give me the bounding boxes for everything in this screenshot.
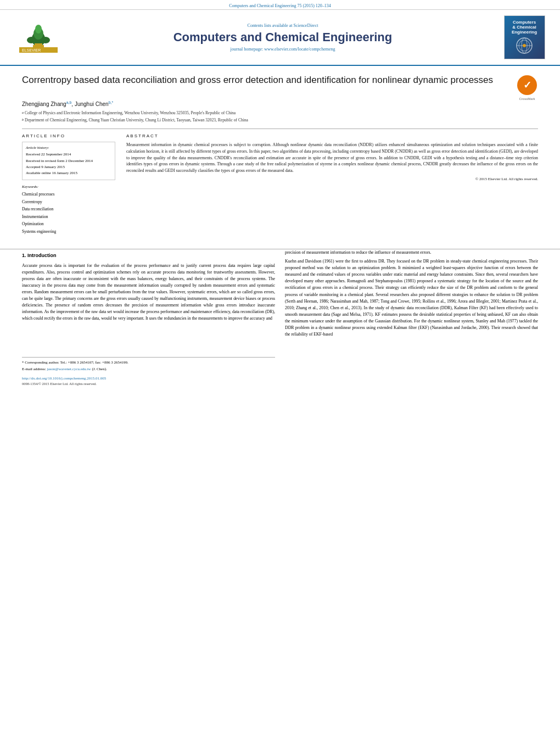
cover-title: Computers& ChemicalEngineering [512,20,537,35]
doi-link[interactable]: http://dx.doi.org/10.1016/j.compchemeng.… [22,376,106,381]
article-info-col: ARTICLE INFO Article history: Received 2… [22,133,115,235]
keywords-section: Keywords: Chemical processes Correntropy… [22,185,115,235]
svg-point-14 [523,44,526,47]
svg-point-3 [35,25,42,34]
copyright-line: 0098-1354/© 2015 Elsevier Ltd. All right… [22,381,275,387]
journal-center: Contents lists available at ScienceDirec… [66,23,500,52]
svg-text:ELSEVIER: ELSEVIER [22,48,41,52]
svg-point-4 [27,37,36,43]
keywords-title: Keywords: [22,185,115,189]
article-title-section: Correntropy based data reconciliation an… [22,74,538,96]
svg-point-5 [41,37,50,43]
affiliations: a College of Physics and Electronic Info… [22,110,538,123]
author-sup-a: a,b [66,101,72,104]
abstract-heading: ABSTRACT [126,133,538,138]
svg-rect-6 [35,43,42,45]
journal-header: ELSEVIER Contents lists available at Sci… [0,10,560,66]
footnote-section: * Corresponding author. Tel.: +886 3 265… [22,357,275,372]
contents-text: Contents lists available at [248,23,294,28]
page: Computers and Chemical Engineering 75 (2… [0,0,560,742]
journal-title: Computers and Chemical Engineering [66,30,500,44]
body-col-right: precision of measurement information to … [285,249,538,387]
info-abstract-section: ARTICLE INFO Article history: Received 2… [22,129,538,235]
copyright-notice: © 2015 Elsevier Ltd. All rights reserved… [126,176,538,182]
footnote-corresponding: * Corresponding author. Tel.: +886 3 265… [22,360,275,366]
elsevier-tree-icon: ELSEVIER [19,23,58,53]
homepage-label: journal homepage: [231,47,264,52]
svg-rect-7 [33,45,44,47]
intro-para-right-2: Kuehn and Davidson (1961) were the first… [285,258,538,338]
journal-cover-image: Computers& ChemicalEngineering [504,15,545,59]
journal-reference: Computers and Chemical Engineering 75 (2… [229,3,331,8]
section-1-heading: 1. Introduction [22,252,275,260]
homepage-url[interactable]: www.elsevier.com/locate/compchemeng [264,47,335,52]
journal-homepage: journal homepage: www.elsevier.com/locat… [66,47,500,52]
article-title: Correntropy based data reconciliation an… [22,74,511,86]
cover-graphic [511,36,538,55]
article-info-heading: ARTICLE INFO [22,133,115,138]
elsevier-logo: ELSEVIER [19,23,58,53]
sciencedirect-link[interactable]: Contents lists available at ScienceDirec… [66,23,500,28]
abstract-col: ABSTRACT Measurement information in dyna… [126,133,538,235]
svg-text:✓: ✓ [523,80,531,91]
email-link[interactable]: jason@wavenet.cycu.edu.tw [47,367,91,371]
journal-topbar: Computers and Chemical Engineering 75 (2… [0,0,560,10]
author-sup-b: b,* [109,101,114,104]
doi-section: http://dx.doi.org/10.1016/j.compchemeng.… [22,376,275,382]
article-body: 1. Introduction Accurate process data is… [0,249,560,387]
intro-para-right-1: precision of measurement information to … [285,249,538,256]
body-col-left: 1. Introduction Accurate process data is… [22,249,275,387]
history-title: Article history: [26,146,111,150]
footnote-email: E-mail address: jason@wavenet.cycu.edu.t… [22,367,275,372]
affiliation-a: a College of Physics and Electronic Info… [22,110,538,116]
intro-para-1: Accurate process data is important for t… [22,263,275,322]
keywords-list: Chemical processes Correntropy Data reco… [22,191,115,235]
elsevier-logo-section: ELSEVIER [11,23,66,53]
article-history-text: Received 22 September 2014 Received in r… [26,152,111,176]
crossmark-logo: ✓ CrossMark [516,74,538,96]
article-content: Correntropy based data reconciliation an… [0,66,560,249]
sciencedirect-label[interactable]: ScienceDirect [294,23,318,28]
affiliation-b: b Department of Chemical Engineering, Ch… [22,118,538,124]
article-history-box: Article history: Received 22 September 2… [22,142,115,180]
journal-cover-section: Computers& ChemicalEngineering [500,15,549,59]
authors-line: Zhengjiang Zhanga,b, Junghui Chenb,* [22,101,538,107]
abstract-text: Measurement information in dynamic chemi… [126,142,538,182]
